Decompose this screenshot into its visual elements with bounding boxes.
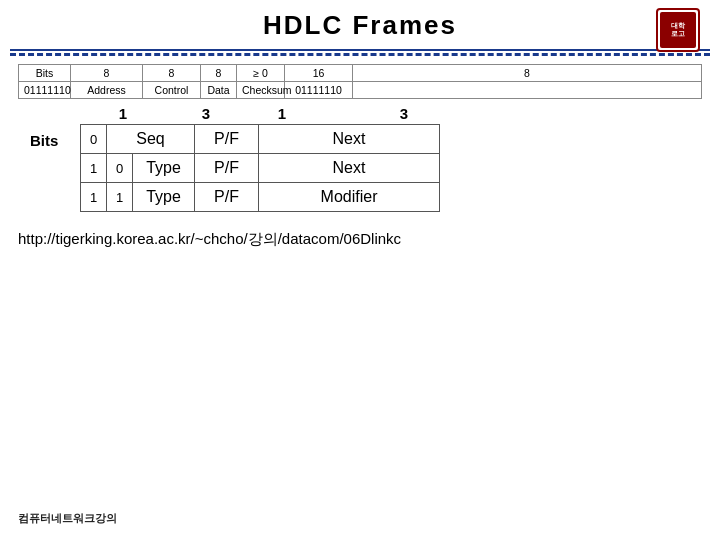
fd-control: Control xyxy=(143,82,201,98)
col-h-3a: 3 xyxy=(162,105,250,122)
cell-2-modifier: Modifier xyxy=(259,183,439,211)
bits-main-row: Bits 0 Seq P/F Next 1 0 Type P/F Next 1 … xyxy=(30,124,690,212)
fd-address: Address xyxy=(71,82,143,98)
fd-empty xyxy=(353,82,701,98)
frame-row-2: 1 1 Type P/F Modifier xyxy=(80,182,440,212)
cell-0-pf: P/F xyxy=(195,125,259,153)
cell-2-bit0: 1 xyxy=(81,183,107,211)
fh-ge0: ≥ 0 xyxy=(237,65,285,81)
page-title: HDLC Frames xyxy=(263,10,457,41)
frame-rows: 0 Seq P/F Next 1 0 Type P/F Next 1 1 Typ… xyxy=(80,124,440,212)
bits-section: 1 3 1 3 Bits 0 Seq P/F Next 1 0 Type P/F… xyxy=(0,105,720,212)
cell-1-bit1: 0 xyxy=(107,154,133,182)
cell-0-bit0: 0 xyxy=(81,125,107,153)
col-h-1b: 1 xyxy=(250,105,314,122)
cell-1-next: Next xyxy=(259,154,439,182)
top-separator xyxy=(10,49,710,51)
frame-diagram: Bits 8 8 8 ≥ 0 16 8 01111110 Address Con… xyxy=(18,64,702,99)
cell-2-bit1: 1 xyxy=(107,183,133,211)
university-logo: 대학로고 xyxy=(656,8,700,52)
footer-text: 컴퓨터네트워크강의 xyxy=(18,511,117,526)
fh-8d: 8 xyxy=(353,65,701,81)
col-headers: 1 3 1 3 xyxy=(30,105,690,122)
fh-16: 16 xyxy=(285,65,353,81)
logo-text: 대학로고 xyxy=(671,22,685,37)
url-text: http://tigerking.korea.ac.kr/~chcho/강의/d… xyxy=(18,230,401,247)
cell-0-seq: Seq xyxy=(107,125,195,153)
col-h-1: 1 xyxy=(110,105,136,122)
frame-data-row: 01111110 Address Control Data Checksum 0… xyxy=(19,82,701,98)
fh-8c: 8 xyxy=(201,65,237,81)
frame-header: Bits 8 8 8 ≥ 0 16 8 xyxy=(19,65,701,82)
page-header: HDLC Frames 대학로고 xyxy=(0,0,720,47)
frame-row-1: 1 0 Type P/F Next xyxy=(80,153,440,182)
dashed-separator xyxy=(10,53,710,56)
fh-bits: Bits xyxy=(19,65,71,81)
fd-flag1: 01111110 xyxy=(19,82,71,98)
cell-1-pf: P/F xyxy=(195,154,259,182)
fd-data: Data xyxy=(201,82,237,98)
frame-row-0: 0 Seq P/F Next xyxy=(80,124,440,153)
col-h-3b: 3 xyxy=(314,105,494,122)
cell-0-next: Next xyxy=(259,125,439,153)
cell-1-bit0: 1 xyxy=(81,154,107,182)
fh-8b: 8 xyxy=(143,65,201,81)
cell-2-type: Type xyxy=(133,183,195,211)
url-section: http://tigerking.korea.ac.kr/~chcho/강의/d… xyxy=(0,230,720,249)
cell-1-type: Type xyxy=(133,154,195,182)
fd-flag2: 01111110 xyxy=(285,82,353,98)
bits-label: Bits xyxy=(30,124,80,149)
fh-8a: 8 xyxy=(71,65,143,81)
fd-checksum: Checksum xyxy=(237,82,285,98)
cell-2-pf: P/F xyxy=(195,183,259,211)
